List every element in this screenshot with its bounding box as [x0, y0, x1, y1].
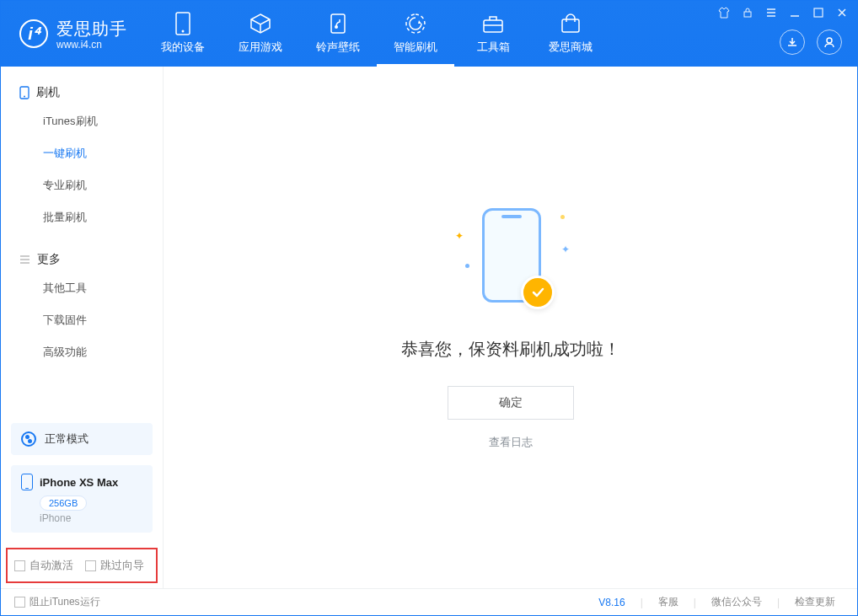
nav-smart-flash[interactable]: 智能刷机	[377, 1, 454, 67]
svg-rect-2	[331, 14, 345, 33]
device-mode-label: 正常模式	[45, 431, 88, 447]
svg-rect-4	[484, 20, 502, 32]
checkbox-icon	[85, 560, 96, 571]
nav-label: 工具箱	[477, 40, 510, 55]
maximize-button[interactable]	[812, 6, 825, 19]
checkbox-icon	[14, 597, 25, 608]
account-button[interactable]	[817, 29, 842, 55]
app-window: i⁴ 爱思助手 www.i4.cn 我的设备 应用游戏	[0, 0, 858, 616]
lock-icon[interactable]	[741, 6, 754, 19]
sidebar-item-one-click-flash[interactable]: 一键刷机	[1, 137, 163, 169]
device-info-box[interactable]: iPhone XS Max 256GB iPhone	[11, 465, 153, 533]
mode-icon	[21, 431, 36, 447]
window-controls-row1	[717, 6, 849, 19]
device-capacity-badge: 256GB	[40, 495, 87, 511]
sidebar-item-download-firmware[interactable]: 下载固件	[1, 304, 163, 336]
sidebar-item-pro-flash[interactable]: 专业刷机	[1, 169, 163, 201]
device-name-row: iPhone XS Max	[21, 474, 142, 490]
header-action-buttons	[780, 29, 842, 55]
footer-link-support[interactable]: 客服	[650, 595, 687, 609]
ok-button[interactable]: 确定	[448, 386, 574, 420]
svg-point-8	[827, 38, 832, 43]
download-button[interactable]	[780, 29, 805, 55]
main-nav: 我的设备 应用游戏 铃声壁纸 智能刷机	[144, 1, 609, 67]
version-label: V8.16	[598, 597, 625, 608]
close-button[interactable]	[835, 6, 849, 19]
brand-url: www.i4.cn	[56, 39, 127, 51]
store-icon	[560, 13, 582, 35]
dot-icon	[560, 215, 565, 219]
nav-store[interactable]: 爱思商城	[532, 1, 609, 67]
app-body: 刷机 iTunes刷机 一键刷机 专业刷机 批量刷机 更多 其他工具 下载固件 …	[1, 67, 857, 588]
sidebar-section-more: 更多 其他工具 下载固件 高级功能	[1, 233, 163, 368]
nav-ringtones[interactable]: 铃声壁纸	[299, 1, 377, 67]
nav-toolbox[interactable]: 工具箱	[454, 1, 532, 67]
footer-link-wechat[interactable]: 微信公众号	[703, 595, 770, 609]
phone-icon	[21, 474, 33, 490]
svg-point-1	[182, 30, 185, 33]
device-type: iPhone	[40, 512, 142, 524]
device-small-icon	[19, 86, 29, 99]
titlebar: i⁴ 爱思助手 www.i4.cn 我的设备 应用游戏	[1, 1, 857, 67]
sidebar-section-title: 更多	[1, 247, 163, 272]
checkbox-icon	[14, 560, 25, 571]
check-badge-icon	[521, 276, 555, 309]
device-name: iPhone XS Max	[40, 476, 118, 489]
checkbox-auto-activate[interactable]: 自动激活	[14, 558, 73, 573]
svg-point-10	[24, 96, 25, 98]
bottom-options-highlighted: 自动激活 跳过向导	[6, 548, 158, 583]
footer-link-check-update[interactable]: 检查更新	[786, 595, 844, 609]
shirt-icon[interactable]	[717, 6, 731, 19]
success-illustration: ✦ ✦	[460, 205, 561, 314]
svg-point-3	[335, 25, 338, 29]
svg-rect-6	[744, 12, 751, 17]
list-icon	[19, 254, 30, 265]
sidebar-item-itunes-flash[interactable]: iTunes刷机	[1, 105, 163, 137]
menu-icon[interactable]	[764, 6, 778, 19]
sparkle-icon: ✦	[455, 230, 464, 242]
sidebar-item-other-tools[interactable]: 其他工具	[1, 272, 163, 304]
toolbox-icon	[482, 13, 504, 35]
ringtone-icon	[327, 13, 349, 35]
main-content: ✦ ✦ 恭喜您，保资料刷机成功啦！ 确定 查看日志	[164, 67, 857, 588]
nav-my-device[interactable]: 我的设备	[144, 1, 222, 67]
flash-icon	[405, 13, 426, 35]
nav-label: 爱思商城	[549, 40, 593, 55]
nav-label: 我的设备	[161, 40, 205, 55]
sparkle-icon: ✦	[561, 244, 570, 255]
svg-rect-5	[562, 19, 579, 32]
nav-label: 铃声壁纸	[316, 40, 360, 55]
checkbox-skip-guide[interactable]: 跳过向导	[85, 558, 144, 573]
success-message: 恭喜您，保资料刷机成功啦！	[401, 338, 620, 361]
sidebar-section-flash: 刷机 iTunes刷机 一键刷机 专业刷机 批量刷机	[1, 67, 163, 233]
sidebar-item-batch-flash[interactable]: 批量刷机	[1, 201, 163, 233]
brand-name: 爱思助手	[56, 18, 127, 40]
nav-apps-games[interactable]: 应用游戏	[222, 1, 299, 67]
minimize-button[interactable]	[788, 6, 802, 19]
status-bar: 阻止iTunes运行 V8.16 | 客服 | 微信公众号 | 检查更新	[1, 588, 857, 615]
sidebar-item-advanced[interactable]: 高级功能	[1, 336, 163, 368]
nav-label: 智能刷机	[394, 40, 437, 55]
device-icon	[172, 13, 194, 35]
apps-icon	[249, 13, 271, 35]
logo-icon: i⁴	[19, 19, 48, 48]
logo[interactable]: i⁴ 爱思助手 www.i4.cn	[1, 18, 144, 51]
sidebar: 刷机 iTunes刷机 一键刷机 专业刷机 批量刷机 更多 其他工具 下载固件 …	[1, 67, 164, 588]
svg-rect-7	[814, 8, 823, 17]
sidebar-section-title: 刷机	[1, 80, 163, 105]
device-mode-box[interactable]: 正常模式	[11, 423, 153, 455]
checkbox-prevent-itunes[interactable]: 阻止iTunes运行	[14, 595, 100, 609]
nav-label: 应用游戏	[239, 40, 282, 55]
dot-icon	[465, 264, 469, 268]
view-log-link[interactable]: 查看日志	[489, 435, 533, 450]
